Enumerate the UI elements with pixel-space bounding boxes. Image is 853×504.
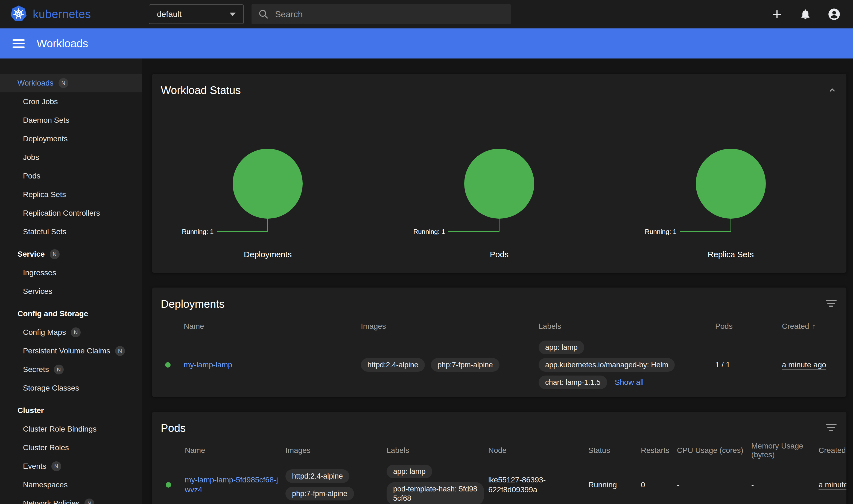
sidebar-item-secrets[interactable]: Secrets N [0, 360, 142, 379]
restarts-count: 0 [641, 481, 677, 489]
label-chip: pod-template-hash: 5fd985cf68 [387, 482, 484, 504]
column-header-status[interactable]: Status [588, 446, 641, 455]
menu-hamburger-icon[interactable] [13, 37, 24, 50]
column-header-created[interactable]: Created ↑ [782, 322, 847, 331]
pods-chart: Running: 1 Pods [384, 149, 615, 273]
notifications-bell-icon[interactable] [799, 8, 812, 20]
sidebar-section-label: Service [18, 250, 45, 258]
namespaced-badge: N [85, 499, 94, 504]
sidebar-item-replica-sets[interactable]: Replica Sets [0, 185, 142, 204]
sidebar-item-cluster-role-bindings[interactable]: Cluster Role Bindings [0, 420, 142, 438]
column-header-restarts[interactable]: Restarts [641, 446, 677, 455]
column-header-cpu-usage[interactable]: CPU Usage (cores) [677, 446, 751, 455]
collapse-card-button[interactable] [827, 84, 838, 97]
sidebar-item-label: Stateful Sets [23, 228, 67, 236]
sidebar-item-label: Secrets [23, 365, 49, 374]
sidebar-item-workloads[interactable]: Workloads N [0, 74, 142, 92]
sidebar-item-storage-classes[interactable]: Storage Classes [0, 379, 142, 397]
pod-name-link[interactable]: my-lamp-lamp-5fd985cf68-jwvz4 [185, 475, 278, 494]
sidebar-item-label: Storage Classes [23, 384, 79, 393]
sidebar-item-daemon-sets[interactable]: Daemon Sets [0, 111, 142, 129]
column-header-labels[interactable]: Labels [538, 322, 715, 331]
namespaced-badge: N [58, 78, 68, 88]
account-avatar-icon[interactable] [827, 7, 841, 21]
search-icon [258, 9, 269, 20]
sort-arrow-icon: ↑ [812, 322, 816, 331]
filter-icon[interactable] [824, 298, 838, 308]
column-header-name[interactable]: Name [184, 322, 361, 331]
sidebar-item-jobs[interactable]: Jobs [0, 148, 142, 167]
image-chip: php:7-fpm-alpine [285, 487, 354, 501]
workload-status-charts: Running: 1 Deployments Running: 1 Pods [152, 149, 847, 273]
created-timestamp: a minute ago [819, 481, 847, 489]
annotation-line [499, 219, 499, 232]
image-chip: php:7-fpm-alpine [431, 358, 499, 372]
card-title: Pods [161, 421, 185, 435]
sidebar-item-namespaces[interactable]: Namespaces [0, 475, 142, 494]
sidebar-item-label: Replica Sets [23, 190, 66, 199]
created-timestamp: a minute ago [782, 360, 826, 369]
column-header-name[interactable]: Name [185, 446, 285, 455]
column-header-images[interactable]: Images [361, 322, 538, 331]
sidebar-section-cluster: Cluster [0, 401, 142, 420]
show-all-link[interactable]: Show all [615, 378, 644, 387]
status-ok-icon [165, 362, 171, 367]
sidebar-item-ingresses[interactable]: Ingresses [0, 264, 142, 282]
deployments-table: Name Images Labels Pods Created ↑ my-lam… [152, 318, 847, 397]
sidebar-item-deployments[interactable]: Deployments [0, 129, 142, 148]
annotation-line [730, 219, 731, 232]
status-ok-icon [166, 482, 171, 488]
table-header-row: Name Images Labels Node Status Restarts … [152, 442, 847, 459]
sidebar-item-persistent-volume-claims[interactable]: Persistent Volume Claims N [0, 342, 142, 360]
column-header-pods[interactable]: Pods [715, 322, 782, 331]
sidebar-item-label: Cluster Roles [23, 443, 69, 452]
kubernetes-logo[interactable]: kubernetes [10, 5, 91, 23]
pods-card: Pods Name Images Labels Node Status Rest… [152, 412, 847, 504]
memory-usage: - [751, 481, 819, 489]
top-bar: kubernetes default [0, 0, 853, 29]
top-actions [770, 7, 853, 21]
sidebar-item-label: Pods [23, 172, 40, 180]
deployments-chart: Running: 1 Deployments [152, 149, 384, 273]
annotation-line [267, 219, 268, 232]
search-bar[interactable] [251, 4, 511, 24]
pods-donut [464, 149, 534, 219]
kubernetes-helm-icon [10, 5, 27, 23]
create-resource-button[interactable] [770, 8, 784, 21]
column-header-memory-usage[interactable]: Memory Usage (bytes) [751, 442, 819, 459]
sidebar-item-label: Jobs [23, 153, 39, 162]
sidebar-item-label: Cluster Role Bindings [23, 425, 96, 433]
column-header-labels[interactable]: Labels [387, 446, 488, 455]
sidebar-item-network-policies[interactable]: Network Policies N [0, 494, 142, 504]
sidebar-item-label: Network Policies [23, 499, 79, 504]
sidebar-item-label: Replication Controllers [23, 209, 100, 218]
deployment-name-link[interactable]: my-lamp-lamp [184, 360, 232, 369]
sidebar-item-events[interactable]: Events N [0, 457, 142, 475]
chart-label: Replica Sets [708, 250, 753, 273]
namespaced-badge: N [115, 346, 125, 356]
sidebar-item-cluster-roles[interactable]: Cluster Roles [0, 438, 142, 457]
chart-label: Pods [490, 250, 509, 273]
namespace-selector[interactable]: default [149, 4, 244, 24]
namespaced-badge: N [71, 327, 81, 337]
sidebar-item-config-maps[interactable]: Config Maps N [0, 323, 142, 342]
sidebar-item-pods[interactable]: Pods [0, 167, 142, 185]
sidebar-item-stateful-sets[interactable]: Stateful Sets [0, 222, 142, 241]
sidebar-item-label: Namespaces [23, 481, 68, 489]
table-header-row: Name Images Labels Pods Created ↑ [152, 318, 847, 335]
sidebar-section-label: Cluster [18, 406, 44, 415]
column-header-created[interactable]: Created ↑ [819, 446, 847, 455]
filter-icon[interactable] [824, 421, 838, 432]
card-title: Deployments [161, 298, 225, 310]
sidebar-item-services[interactable]: Services [0, 282, 142, 301]
image-chip: httpd:2.4-alpine [285, 469, 350, 483]
sidebar-item-cron-jobs[interactable]: Cron Jobs [0, 92, 142, 111]
sidebar-section-service[interactable]: Service N [0, 245, 142, 264]
search-input[interactable] [275, 9, 504, 19]
sidebar-item-label: Ingresses [23, 268, 56, 277]
sidebar-section-config-and-storage: Config and Storage [0, 305, 142, 323]
sidebar-item-replication-controllers[interactable]: Replication Controllers [0, 204, 142, 222]
column-header-node[interactable]: Node [488, 446, 588, 455]
column-header-images[interactable]: Images [285, 446, 387, 455]
app-bar: Workloads [0, 29, 853, 58]
